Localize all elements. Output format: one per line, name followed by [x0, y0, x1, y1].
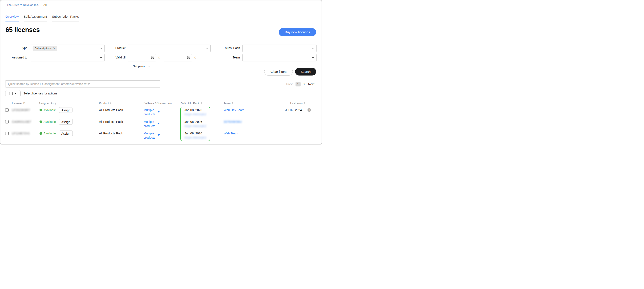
- chevron-down-icon: [100, 48, 102, 49]
- assign-button[interactable]: Assign: [59, 131, 73, 136]
- chevron-down-icon: [206, 48, 208, 49]
- breadcrumb-org-link[interactable]: The Drive to Develop Inc.: [7, 3, 39, 7]
- pagination-prev[interactable]: Prev: [286, 83, 292, 86]
- product-cell: All Products Pack: [99, 132, 123, 135]
- breadcrumb-separator: ›: [40, 3, 42, 7]
- page-title: 65 licenses: [6, 26, 40, 34]
- product-cell: All Products Pack: [99, 120, 123, 123]
- row-divider: [5, 117, 317, 117]
- assign-button[interactable]: Assign: [59, 107, 73, 113]
- pack-link[interactable]: 01QA-XW22QEZ: [184, 113, 206, 116]
- quick-search-input[interactable]: [5, 80, 160, 88]
- subs-pack-filter-label: Subs. Pack: [219, 46, 240, 50]
- column-header-assigned-to[interactable]: Assigned to ↑: [39, 101, 56, 105]
- column-header-team[interactable]: Team: [224, 102, 233, 105]
- chevron-down-icon[interactable]: [158, 123, 160, 124]
- chevron-down-icon[interactable]: [158, 134, 160, 136]
- calendar-icon[interactable]: [151, 56, 154, 59]
- chevron-down-icon: [100, 57, 102, 59]
- column-header-label: Valid till / Pack: [181, 102, 200, 105]
- row-divider: [5, 129, 317, 129]
- column-header-label: Team: [224, 102, 230, 105]
- chevron-down-icon: [148, 66, 150, 67]
- set-period-label: Set period: [133, 65, 146, 68]
- multiple-products-link[interactable]: products: [144, 136, 155, 139]
- valid-till-cell: Jan 08, 2026: [184, 132, 202, 135]
- type-filter-chip-label: Subscriptions: [34, 47, 52, 50]
- pagination-page-1[interactable]: 1: [296, 82, 300, 86]
- team-filter-select[interactable]: [242, 54, 316, 61]
- row-checkbox[interactable]: [5, 132, 8, 135]
- set-period-link[interactable]: Set period: [133, 65, 150, 68]
- chevron-down-icon: [312, 57, 314, 59]
- pack-link[interactable]: 01QA-XW22QEZ: [184, 125, 206, 128]
- team-filter-label: Team: [219, 56, 240, 59]
- multiple-products-link[interactable]: products: [144, 113, 155, 116]
- multiple-products-link[interactable]: Multiple: [144, 108, 154, 112]
- product-filter-label: Product: [106, 46, 126, 50]
- pagination: Prev 1 2 Next: [286, 82, 316, 86]
- valid-till-filter-label: Valid till: [106, 56, 126, 59]
- type-filter-select[interactable]: Subscriptions ✕: [31, 45, 105, 52]
- assign-button[interactable]: Assign: [59, 119, 73, 125]
- column-header-label: Last seen: [290, 102, 303, 105]
- column-header-label: License ID: [12, 102, 26, 105]
- row-checkbox[interactable]: [5, 120, 8, 123]
- license-id: CA0R01U2E7: [12, 120, 31, 123]
- status-dot: [40, 109, 42, 112]
- pagination-page-2[interactable]: 2: [304, 83, 305, 86]
- clear-filters-button[interactable]: Clear filters: [264, 68, 293, 76]
- chevron-down-icon[interactable]: [158, 111, 160, 113]
- status-dot: [40, 132, 42, 135]
- column-header-last-seen[interactable]: Last seen: [290, 102, 305, 105]
- status-dot: [40, 121, 42, 123]
- chevron-down-icon: [312, 48, 314, 49]
- column-header-product[interactable]: Product: [99, 102, 112, 105]
- sort-icon: [201, 102, 202, 104]
- clear-date-to-icon[interactable]: ✕: [194, 56, 196, 60]
- product-cell: All Products Pack: [99, 108, 123, 112]
- info-icon[interactable]: i: [308, 108, 311, 112]
- select-all-button[interactable]: [5, 90, 20, 97]
- select-all-checkbox[interactable]: [9, 92, 12, 95]
- team-link[interactable]: Web Dev Team: [224, 108, 244, 112]
- pagination-next[interactable]: Next: [308, 83, 314, 86]
- tab-bar: Overview Bulk Assignment Subscription Pa…: [6, 15, 79, 22]
- valid-till-to-input[interactable]: [164, 54, 192, 61]
- column-header-label: Fallback / Covered ver.: [144, 102, 172, 105]
- team-link[interactable]: 3376X6K56U: [224, 120, 242, 123]
- product-filter-select[interactable]: [128, 45, 210, 52]
- multiple-products-link[interactable]: Multiple: [144, 120, 154, 123]
- last-seen-cell: Jul 02, 2024: [280, 108, 302, 112]
- column-header-label: Assigned to: [39, 102, 54, 105]
- assigned-to-filter-select[interactable]: [31, 54, 105, 61]
- chip-remove-icon[interactable]: ✕: [53, 47, 56, 50]
- tab-bulk-assignment[interactable]: Bulk Assignment: [24, 15, 47, 22]
- calendar-icon[interactable]: [187, 56, 190, 59]
- sort-icon: [110, 102, 112, 104]
- subs-pack-filter-select[interactable]: [242, 45, 316, 52]
- row-checkbox[interactable]: [5, 108, 8, 112]
- multiple-products-link[interactable]: products: [144, 124, 155, 128]
- status-badge: Available: [44, 108, 56, 112]
- sort-ascending-icon: ↑: [55, 101, 56, 105]
- multiple-products-link[interactable]: Multiple: [144, 132, 154, 135]
- team-link[interactable]: Web Team: [224, 132, 238, 135]
- license-id: LF124E72V1: [12, 132, 30, 135]
- valid-till-from-input[interactable]: [128, 54, 156, 61]
- header-divider: [5, 106, 317, 106]
- valid-till-cell: Jan 08, 2026: [184, 120, 202, 123]
- type-filter-label: Type: [0, 46, 27, 50]
- buy-new-licenses-button[interactable]: Buy new licenses: [279, 28, 316, 36]
- assigned-to-filter-label: Assigned to: [0, 56, 27, 59]
- clear-date-from-icon[interactable]: ✕: [158, 56, 160, 60]
- pack-link[interactable]: 01QA-XW22QEZ: [184, 136, 206, 139]
- sort-icon: [232, 102, 233, 104]
- column-header-valid-till[interactable]: Valid till / Pack: [181, 102, 202, 105]
- valid-till-cell: Jan 08, 2026: [184, 108, 202, 112]
- search-button[interactable]: Search: [295, 68, 316, 76]
- tab-subscription-packs[interactable]: Subscription Packs: [52, 15, 79, 22]
- tab-overview[interactable]: Overview: [6, 15, 19, 22]
- chevron-down-icon: [14, 93, 16, 94]
- column-header-label: Product: [99, 102, 109, 105]
